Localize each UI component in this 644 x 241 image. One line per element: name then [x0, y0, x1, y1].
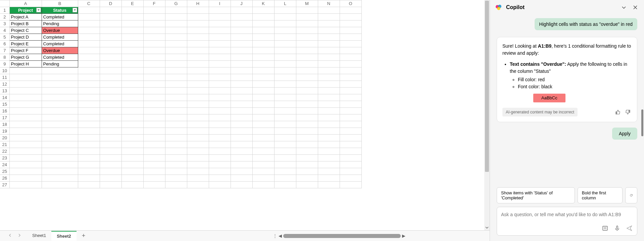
empty-cell[interactable]: [296, 14, 318, 20]
empty-cell[interactable]: [209, 182, 231, 188]
empty-cell[interactable]: [165, 155, 187, 161]
empty-cell[interactable]: [78, 47, 100, 54]
row-header[interactable]: 25: [0, 168, 9, 175]
empty-cell[interactable]: [187, 20, 209, 27]
empty-cell[interactable]: [209, 74, 231, 81]
empty-cell[interactable]: [143, 14, 165, 20]
empty-cell[interactable]: [274, 121, 296, 128]
empty-cell[interactable]: [318, 114, 340, 121]
empty-cell[interactable]: [318, 182, 340, 188]
empty-cell[interactable]: [143, 54, 165, 61]
empty-cell[interactable]: [42, 88, 78, 94]
empty-cell[interactable]: [100, 135, 121, 141]
empty-cell[interactable]: [100, 81, 121, 88]
empty-cell[interactable]: [165, 128, 187, 135]
empty-cell[interactable]: [187, 61, 209, 67]
empty-cell[interactable]: [100, 74, 121, 81]
empty-cell[interactable]: [165, 54, 187, 61]
empty-cell[interactable]: [100, 67, 121, 74]
empty-cell[interactable]: [187, 67, 209, 74]
empty-cell[interactable]: [9, 108, 42, 114]
empty-cell[interactable]: [143, 20, 165, 27]
empty-cell[interactable]: [42, 108, 78, 114]
empty-cell[interactable]: [209, 168, 231, 175]
empty-cell[interactable]: [318, 175, 340, 182]
empty-cell[interactable]: [274, 148, 296, 155]
thumbs-down-icon[interactable]: [624, 108, 632, 116]
empty-cell[interactable]: [318, 27, 340, 34]
empty-cell[interactable]: [318, 168, 340, 175]
empty-cell[interactable]: [100, 41, 121, 47]
empty-cell[interactable]: [143, 41, 165, 47]
empty-cell[interactable]: [9, 168, 42, 175]
empty-cell[interactable]: [252, 41, 274, 47]
empty-cell[interactable]: [143, 128, 165, 135]
empty-cell[interactable]: [143, 34, 165, 41]
empty-cell[interactable]: [274, 74, 296, 81]
empty-cell[interactable]: [78, 135, 100, 141]
empty-cell[interactable]: [296, 114, 318, 121]
empty-cell[interactable]: [209, 128, 231, 135]
empty-cell[interactable]: [231, 54, 252, 61]
empty-cell[interactable]: [318, 54, 340, 61]
empty-cell[interactable]: [121, 155, 143, 161]
empty-cell[interactable]: [340, 88, 361, 94]
empty-cell[interactable]: [121, 74, 143, 81]
empty-cell[interactable]: [252, 54, 274, 61]
empty-cell[interactable]: [121, 34, 143, 41]
empty-cell[interactable]: [78, 67, 100, 74]
empty-cell[interactable]: [318, 161, 340, 168]
empty-cell[interactable]: [318, 94, 340, 101]
row-header[interactable]: 10: [0, 67, 9, 74]
empty-cell[interactable]: [165, 88, 187, 94]
empty-cell[interactable]: [9, 114, 42, 121]
empty-cell[interactable]: [165, 135, 187, 141]
empty-cell[interactable]: [42, 168, 78, 175]
empty-cell[interactable]: [78, 175, 100, 182]
empty-cell[interactable]: [252, 155, 274, 161]
empty-cell[interactable]: [274, 61, 296, 67]
empty-cell[interactable]: [165, 7, 187, 14]
table-cell[interactable]: Completed: [42, 54, 78, 61]
empty-cell[interactable]: [318, 155, 340, 161]
empty-cell[interactable]: [165, 61, 187, 67]
empty-cell[interactable]: [296, 34, 318, 41]
empty-cell[interactable]: [143, 108, 165, 114]
table-cell[interactable]: Project F: [9, 47, 42, 54]
empty-cell[interactable]: [9, 175, 42, 182]
empty-cell[interactable]: [209, 161, 231, 168]
empty-cell[interactable]: [340, 67, 361, 74]
empty-cell[interactable]: [121, 175, 143, 182]
empty-cell[interactable]: [231, 94, 252, 101]
empty-cell[interactable]: [78, 182, 100, 188]
empty-cell[interactable]: [187, 141, 209, 148]
empty-cell[interactable]: [231, 155, 252, 161]
empty-cell[interactable]: [209, 7, 231, 14]
empty-cell[interactable]: [42, 101, 78, 108]
empty-cell[interactable]: [274, 182, 296, 188]
empty-cell[interactable]: [231, 14, 252, 20]
empty-cell[interactable]: [340, 141, 361, 148]
empty-cell[interactable]: [209, 114, 231, 121]
empty-cell[interactable]: [42, 182, 78, 188]
empty-cell[interactable]: [187, 148, 209, 155]
empty-cell[interactable]: [296, 47, 318, 54]
column-header[interactable]: O: [340, 0, 361, 7]
column-header[interactable]: C: [78, 0, 100, 7]
table-cell[interactable]: Overdue: [42, 27, 78, 34]
row-header[interactable]: 2: [0, 14, 9, 20]
column-header[interactable]: B: [42, 0, 78, 7]
table-header-cell[interactable]: Status: [42, 7, 78, 14]
empty-cell[interactable]: [78, 27, 100, 34]
empty-cell[interactable]: [78, 14, 100, 20]
empty-cell[interactable]: [252, 7, 274, 14]
row-header[interactable]: 11: [0, 74, 9, 81]
empty-cell[interactable]: [100, 54, 121, 61]
empty-cell[interactable]: [9, 94, 42, 101]
empty-cell[interactable]: [78, 101, 100, 108]
empty-cell[interactable]: [42, 128, 78, 135]
empty-cell[interactable]: [209, 141, 231, 148]
column-header[interactable]: K: [252, 0, 274, 7]
row-header[interactable]: 5: [0, 34, 9, 41]
empty-cell[interactable]: [187, 175, 209, 182]
